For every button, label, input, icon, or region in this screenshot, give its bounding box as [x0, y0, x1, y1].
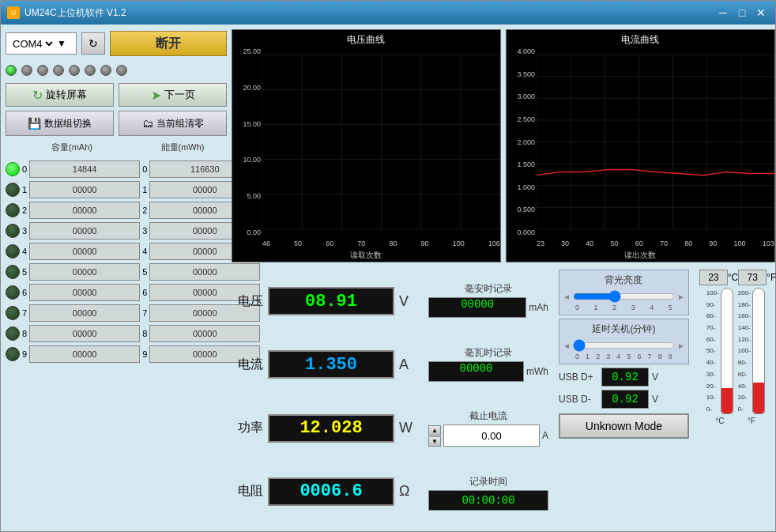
- cutoff-row: ▲ ▼ 0.00 A: [428, 424, 548, 447]
- row-cap-5[interactable]: [29, 263, 140, 281]
- row-cap-4[interactable]: [29, 243, 140, 260]
- row-indicator-3: [6, 224, 20, 238]
- power-unit: W: [399, 420, 418, 436]
- main-window: U UM24C上位机软件 V1.2 ─ □ ✕ COM4 ▼ ↻ 断开: [0, 0, 776, 532]
- row-cap-0[interactable]: [29, 160, 140, 178]
- row-dot-8: [6, 326, 20, 341]
- maximize-button[interactable]: □: [734, 5, 750, 21]
- measurements-panel: 电压 08.91 V 电流 1.350 A 功率: [232, 266, 421, 526]
- backlight-title: 背光亮度: [563, 274, 685, 287]
- unknown-mode-button[interactable]: Unknown Mode: [559, 413, 689, 439]
- row-num-3: 3: [22, 226, 27, 236]
- voltage-chart-svg: [262, 44, 500, 240]
- celsius-therm-label: °C: [715, 417, 724, 425]
- table-row-7: 7 7: [6, 303, 227, 323]
- row-indicator-7: [6, 306, 20, 320]
- row-cap-2[interactable]: [29, 202, 140, 219]
- main-content: COM4 ▼ ↻ 断开 ↻: [1, 25, 775, 531]
- dropdown-arrow-icon: ▼: [57, 38, 66, 49]
- row-dot-6: [6, 285, 20, 300]
- indicator-3: [53, 65, 64, 76]
- voltage-x-labels: 465060708090100106: [262, 240, 500, 249]
- cutoff-label: 截止电流: [428, 409, 548, 423]
- row-num2-4: 4: [142, 247, 147, 256]
- backlight-slider[interactable]: [573, 291, 675, 302]
- row-num-8: 8: [22, 329, 27, 338]
- rotate-screen-button[interactable]: ↻ 旋转屏幕: [6, 83, 114, 107]
- indicator-4: [69, 65, 80, 76]
- row-num-1: 1: [22, 185, 27, 194]
- backlight-right-arrow: ►: [677, 292, 685, 301]
- charts-row: 电压曲线 25.00 20.00 15.00 10.00 5.00 0.00: [232, 29, 775, 262]
- title-controls: ─ □ ✕: [715, 5, 769, 21]
- cap-header: 容量(mAh): [28, 141, 116, 153]
- row-indicator-5: [6, 265, 20, 279]
- row-cap-6[interactable]: [29, 284, 140, 301]
- minimize-button[interactable]: ─: [715, 5, 731, 21]
- com-port-dropdown[interactable]: COM4: [9, 37, 55, 51]
- disconnect-button[interactable]: 断开: [110, 31, 227, 56]
- voltage-row: 电压 08.91 V: [235, 285, 418, 318]
- resistance-display: 0006.6: [268, 477, 394, 506]
- time-label: 记录时间: [428, 475, 548, 489]
- voltage-display: 08.91: [268, 287, 394, 315]
- celsius-tube: [721, 288, 733, 414]
- row-cap-3[interactable]: [29, 222, 140, 240]
- row-num-9: 9: [22, 349, 27, 359]
- row-num2-0: 0: [142, 164, 147, 174]
- next-page-button[interactable]: ➤ 下一页: [119, 83, 227, 107]
- voltage-unit: V: [399, 293, 418, 310]
- rotate-icon: ↻: [32, 88, 43, 103]
- refresh-button[interactable]: ↻: [81, 32, 105, 55]
- current-x-labels: 2330405060708090100103: [537, 240, 774, 249]
- table-row-2: 2 2: [6, 200, 227, 221]
- title-bar-left: U UM24C上位机软件 V1.2: [7, 6, 126, 20]
- controls-panel: 背光亮度 ◄ ► 012345 延时关机(分钟) ◄: [556, 266, 692, 526]
- com-select[interactable]: COM4 ▼: [6, 32, 77, 55]
- resistance-unit: Ω: [399, 483, 418, 500]
- switch-group-button[interactable]: 💾 数据组切换: [6, 111, 114, 136]
- delay-title: 延时关机(分钟): [563, 323, 685, 336]
- voltage-x-label: 读取次数: [232, 249, 500, 262]
- cutoff-down-button[interactable]: ▼: [428, 436, 441, 447]
- temp-header: 23 °C 73 °F: [699, 270, 772, 285]
- current-chart-svg: [537, 44, 774, 240]
- cutoff-up-button[interactable]: ▲: [428, 425, 441, 436]
- next-icon: ➤: [151, 88, 161, 103]
- delay-slider-row: ◄ ►: [563, 338, 685, 353]
- celsius-thermometer: 100- 90- 80- 70- 60- 50- 40- 30- 20- 1: [706, 288, 733, 523]
- row-dot-3: [6, 224, 20, 238]
- mwh-value: 00000: [428, 361, 524, 382]
- data-rows-container: 0 0 1 1 2 2 3 3: [6, 159, 227, 364]
- row-num2-2: 2: [142, 206, 147, 215]
- com-row: COM4 ▼ ↻ 断开: [6, 29, 227, 58]
- mwh-section: 毫瓦时记录 00000 mWh: [428, 346, 548, 382]
- clear-group-button[interactable]: 🗂 当前组清零: [119, 111, 227, 136]
- mah-unit: mAh: [529, 302, 548, 313]
- row-num-4: 4: [22, 247, 27, 256]
- row-cap-8[interactable]: [29, 325, 140, 342]
- row-cap-1[interactable]: [29, 181, 140, 198]
- close-button[interactable]: ✕: [753, 5, 769, 21]
- current-x-label: 读出次数: [507, 249, 774, 262]
- row-dot-1: [6, 183, 20, 197]
- mwh-unit: mWh: [526, 366, 548, 377]
- cutoff-spinners: ▲ ▼: [428, 425, 441, 447]
- delay-slider[interactable]: [573, 340, 675, 351]
- delay-section: 延时关机(分钟) ◄ ► 0123456789: [559, 319, 689, 364]
- row-num-7: 7: [22, 308, 27, 318]
- indicator-6: [100, 65, 111, 76]
- delay-left-arrow: ◄: [563, 341, 571, 350]
- usb-dplus-row: USB D+ 0.92 V: [559, 368, 689, 387]
- usb-dplus-value: 0.92: [601, 368, 649, 387]
- row-cap-9[interactable]: [29, 345, 140, 363]
- table-row-1: 1 1: [6, 179, 227, 200]
- power-display: 12.028: [268, 414, 394, 443]
- mah-row: 00000 mAh: [428, 297, 548, 318]
- cutoff-value[interactable]: 0.00: [443, 424, 540, 447]
- row-num-2: 2: [22, 206, 27, 215]
- row-cap-7[interactable]: [29, 304, 140, 322]
- current-display: 1.350: [268, 350, 394, 379]
- indicator-1: [21, 65, 32, 76]
- next-label: 下一页: [164, 88, 195, 102]
